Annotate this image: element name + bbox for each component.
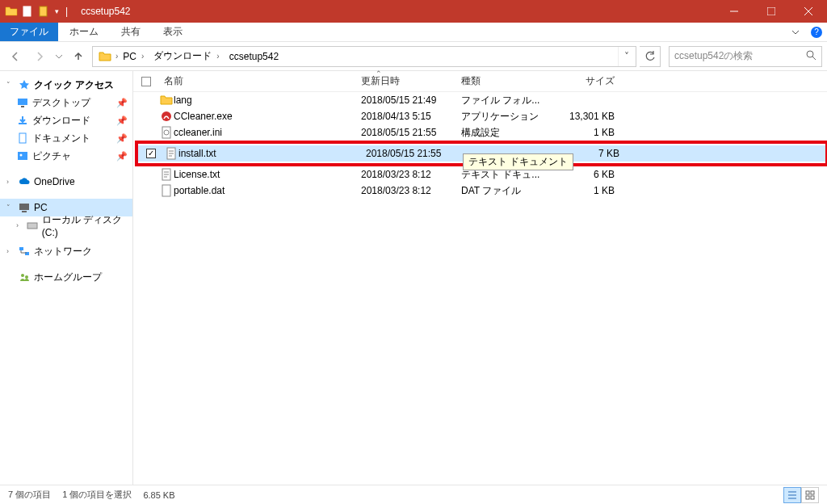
svg-rect-13 [19,204,29,210]
refresh-button[interactable] [640,46,661,67]
file-type: 構成設定 [461,126,558,140]
column-type[interactable]: 種類 [461,74,558,88]
sort-indicator-icon: ⌃ [376,69,382,78]
collapse-icon[interactable]: ˅ [6,204,15,212]
file-row[interactable]: CCleaner.exe2018/04/13 5:15アプリケーション13,30… [133,108,827,124]
ribbon-expand-icon[interactable] [785,23,806,41]
up-button[interactable] [68,46,89,67]
file-type-icon [159,168,174,181]
tab-view[interactable]: 表示 [152,23,194,41]
file-row[interactable]: portable.dat2018/03/23 8:12DAT ファイル1 KB [133,183,827,199]
address-dropdown-icon[interactable]: ˅ [618,47,634,66]
sidebar-item-downloads[interactable]: ダウンロード📌 [0,111,132,129]
file-date: 2018/05/15 21:49 [361,94,461,106]
file-type-icon [159,184,174,197]
pin-icon: 📌 [116,116,128,126]
file-name: CCleaner.exe [174,111,361,122]
file-row[interactable]: lang2018/05/15 21:49ファイル フォル... [133,92,827,108]
file-size: 13,301 KB [558,111,623,122]
expand-icon[interactable]: › [16,221,23,229]
file-row[interactable]: ccleaner.ini2018/05/15 21:55構成設定1 KB [133,124,827,141]
file-date: 2018/05/15 21:55 [361,127,461,138]
svg-rect-8 [18,99,27,105]
file-type: アプリケーション [461,110,558,124]
file-type-icon [159,94,174,107]
homegroup-icon [18,271,31,284]
expand-icon[interactable]: › [6,178,15,186]
document-icon [16,132,29,145]
address-bar[interactable]: › PC› ダウンロード› ccsetup542 ˅ [92,46,636,67]
breadcrumb-pc[interactable]: PC› [118,51,149,62]
title-bar: ▾ | ccsetup542 [0,0,827,23]
tab-share[interactable]: 共有 [110,23,152,41]
svg-rect-36 [811,491,814,494]
column-name[interactable]: 名前 [159,74,361,88]
forward-button[interactable] [29,46,50,67]
file-size: 6 KB [558,169,623,180]
sidebar-homegroup[interactable]: ホームグループ [0,268,132,286]
column-headers: 名前 更新日時 種類 サイズ ⌃ [133,71,827,92]
search-placeholder: ccsetup542の検索 [674,49,806,63]
svg-rect-35 [806,491,809,494]
help-button[interactable]: ? [806,23,827,41]
file-type: ファイル フォル... [461,94,558,107]
file-row[interactable]: ✓install.txt2018/05/15 21:55テキスト ドキュメント7… [138,145,825,162]
sidebar-network[interactable]: › ネットワーク [0,242,132,260]
svg-rect-14 [22,211,27,212]
file-date: 2018/03/23 8:12 [361,169,461,180]
status-item-count: 7 個の項目 [8,489,51,501]
window-title: ccsetup542 [76,6,130,17]
qat-chevron-icon[interactable]: ▾ [55,7,59,15]
file-row[interactable]: License.txt2018/03/23 8:12テキスト ドキュ...6 K… [133,166,827,183]
file-list: 名前 更新日時 種類 サイズ ⌃ lang2018/05/15 21:49ファイ… [133,71,827,485]
nav-bar: › PC› ダウンロード› ccsetup542 ˅ ccsetup542の検索 [0,42,827,71]
breadcrumb-current[interactable]: ccsetup542 [225,51,283,62]
status-selected-size: 6.85 KB [143,490,174,500]
status-bar: 7 個の項目 1 個の項目を選択 6.85 KB [0,485,827,504]
pc-icon [18,201,31,214]
file-date: 2018/03/23 8:12 [361,185,461,196]
ribbon: ファイル ホーム 共有 表示 ? [0,23,827,42]
breadcrumb-downloads[interactable]: ダウンロード› [149,49,224,63]
details-view-button[interactable] [783,487,801,503]
file-name: lang [174,94,361,106]
sidebar-onedrive[interactable]: › OneDrive [0,173,132,191]
pin-icon: 📌 [116,98,128,108]
file-tab[interactable]: ファイル [0,23,58,41]
back-button[interactable] [5,46,26,67]
cloud-icon [18,175,31,188]
maximize-button[interactable] [753,0,790,23]
svg-rect-38 [811,496,814,499]
sidebar-item-documents[interactable]: ドキュメント📌 [0,129,132,147]
collapse-icon[interactable]: ˅ [6,81,15,89]
file-date: 2018/05/15 21:55 [366,148,466,159]
column-size[interactable]: サイズ [558,74,623,88]
svg-point-18 [21,274,24,277]
status-selected-count: 1 個の項目を選択 [62,489,132,501]
qat-dropdown-icon[interactable] [37,5,50,18]
sidebar-item-desktop[interactable]: デスクトップ📌 [0,94,132,111]
tab-home[interactable]: ホーム [58,23,110,41]
expand-icon[interactable]: › [6,247,15,255]
row-checkbox[interactable]: ✓ [138,149,164,158]
svg-rect-9 [21,106,24,107]
minimize-button[interactable] [716,0,753,23]
pin-icon: 📌 [116,133,128,144]
thumbnails-view-button[interactable] [801,487,819,503]
sidebar-item-local-disk[interactable]: › ローカル ディスク (C:) [0,216,132,234]
close-button[interactable] [790,0,827,23]
file-name: install.txt [178,148,366,159]
download-icon [16,114,29,127]
file-name: License.txt [174,169,361,180]
star-icon [18,78,31,91]
desktop-icon [16,96,29,109]
recent-locations-button[interactable] [53,46,65,67]
sidebar-item-pictures[interactable]: ピクチャ📌 [0,147,132,165]
file-name: portable.dat [174,185,361,196]
select-all-checkbox[interactable] [133,77,159,86]
svg-rect-1 [40,6,47,16]
highlighted-row: ✓install.txt2018/05/15 21:55テキスト ドキュメント7… [135,141,827,166]
svg-rect-10 [19,133,26,143]
sidebar-quick-access[interactable]: ˅ クイック アクセス [0,76,132,94]
search-input[interactable]: ccsetup542の検索 [669,46,822,67]
